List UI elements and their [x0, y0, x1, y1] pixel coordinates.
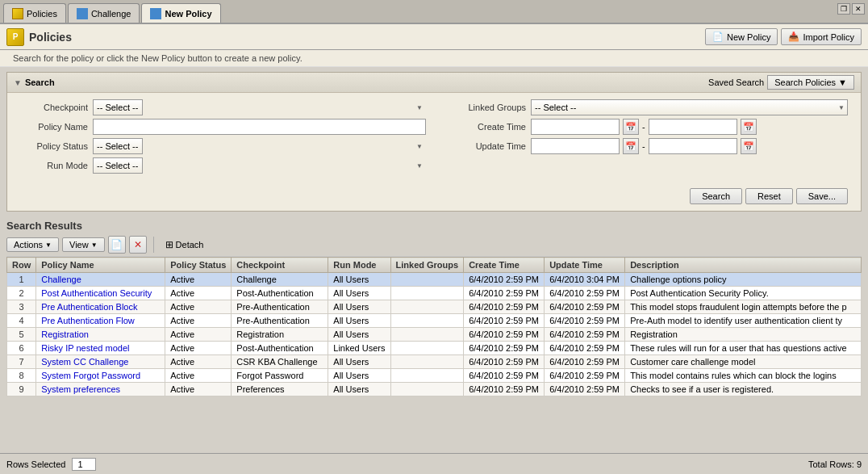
actions-button[interactable]: Actions ▼ [6, 237, 59, 252]
title-bar: Policies Challenge New Policy ❐ ✕ [0, 0, 868, 24]
update-time-cell: 6/4/2010 2:59 PM [545, 314, 625, 328]
col-header-description: Description [625, 258, 862, 273]
table-row[interactable]: 4Pre Authentication FlowActivePre-Authen… [7, 314, 862, 328]
policy-name-cell[interactable]: Pre Authentication Block [36, 300, 165, 314]
search-policies-button[interactable]: Search Policies ▼ [767, 75, 854, 90]
run-mode-cell: All Users [328, 369, 390, 383]
update-time-cell: 6/4/2010 2:59 PM [545, 355, 625, 369]
linked-groups-label: Linked Groups [442, 103, 531, 112]
policy-name-cell-link[interactable]: Pre Authentication Block [41, 302, 137, 312]
close-button[interactable]: ✕ [852, 3, 865, 15]
table-row[interactable]: 8System Forgot PasswordActiveForgot Pass… [7, 369, 862, 383]
checkpoint-cell: Pre-Authentication [232, 300, 328, 314]
results-table-header: Row Policy Name Policy Status Checkpoint… [7, 258, 862, 273]
policy-name-cell[interactable]: System CC Challenge [36, 355, 165, 369]
run-mode-cell: Linked Users [328, 342, 390, 355]
checkpoint-label: Checkpoint [20, 103, 93, 112]
policy-name-cell-link[interactable]: Pre Authentication Flow [41, 316, 135, 325]
table-row[interactable]: 9System preferencesActivePreferencesAll … [7, 383, 862, 396]
policy-name-cell[interactable]: Risky IP nested model [36, 342, 165, 355]
policy-name-cell[interactable]: System preferences [36, 383, 165, 396]
description-cell: Checks to see if a user is registered. [625, 383, 862, 396]
collapse-icon[interactable]: ▼ [14, 78, 22, 87]
view-label: View [69, 240, 89, 250]
restore-button[interactable]: ❐ [837, 3, 850, 15]
new-policy-button[interactable]: 📄 New Policy [705, 28, 778, 45]
row-number: 1 [7, 273, 36, 287]
policy-name-cell[interactable]: Challenge [36, 273, 165, 287]
add-row-button[interactable]: 📄 [108, 236, 126, 254]
policy-name-cell-link[interactable]: Registration [41, 329, 89, 339]
table-row[interactable]: 6Risky IP nested modelActivePost-Authent… [7, 342, 862, 355]
tab-challenge[interactable]: Challenge [68, 3, 140, 23]
col-header-checkpoint: Checkpoint [232, 258, 328, 273]
linked-groups-select[interactable]: -- Select -- [531, 99, 848, 115]
run-mode-cell: All Users [328, 273, 390, 287]
policy-name-cell[interactable]: Registration [36, 328, 165, 342]
checkpoint-cell: Challenge [232, 273, 328, 287]
table-row[interactable]: 5RegistrationActiveRegistrationAll Users… [7, 328, 862, 342]
update-time-dash: - [642, 141, 645, 151]
table-row[interactable]: 7System CC ChallengeActiveCSR KBA Challe… [7, 355, 862, 369]
policy-name-cell-link[interactable]: System Forgot Password [41, 371, 140, 380]
policy-name-cell-link[interactable]: System CC Challenge [41, 357, 128, 367]
update-time-end-cal-button[interactable]: 📅 [741, 138, 757, 154]
update-time-cell: 6/4/2010 2:59 PM [545, 328, 625, 342]
create-time-cell: 6/4/2010 2:59 PM [464, 287, 545, 300]
create-time-end-cal-button[interactable]: 📅 [741, 119, 757, 135]
view-button[interactable]: View ▼ [62, 237, 105, 252]
checkpoint-cell: Pre-Authentication [232, 314, 328, 328]
table-row[interactable]: 3Pre Authentication BlockActivePre-Authe… [7, 300, 862, 314]
actions-dropdown-icon: ▼ [45, 241, 52, 249]
create-time-cell: 6/4/2010 2:59 PM [464, 300, 545, 314]
tab-new-policy[interactable]: New Policy [141, 3, 220, 23]
table-row[interactable]: 2Post Authentication SecurityActivePost-… [7, 287, 862, 300]
search-right-col: Linked Groups -- Select -- Create Time 📅… [442, 99, 848, 177]
row-number: 6 [7, 342, 36, 355]
create-time-start-input[interactable] [531, 119, 620, 135]
reset-button[interactable]: Reset [745, 188, 793, 204]
policy-name-cell-link[interactable]: System preferences [41, 384, 120, 394]
policy-status-select[interactable]: -- Select -- [93, 138, 143, 154]
linked-groups-row: Linked Groups -- Select -- [442, 99, 848, 115]
run-mode-cell: All Users [328, 314, 390, 328]
description-cell: This model contains rules which can bloc… [625, 369, 862, 383]
create-time-start-cal-button[interactable]: 📅 [623, 119, 639, 135]
policy-name-cell[interactable]: Pre Authentication Flow [36, 314, 165, 328]
tab-policies[interactable]: Policies [3, 3, 66, 23]
row-number: 9 [7, 383, 36, 396]
page-title: Policies [29, 31, 72, 44]
description-cell: Challenge options policy [625, 273, 862, 287]
checkpoint-cell: Post-Authentication [232, 287, 328, 300]
update-time-start-cal-button[interactable]: 📅 [623, 138, 639, 154]
challenge-tab-icon [77, 8, 88, 19]
update-time-end-input[interactable] [649, 138, 737, 154]
linked-groups-cell [390, 300, 464, 314]
search-policies-btn-label: Search Policies [774, 78, 836, 87]
create-time-end-input[interactable] [649, 119, 737, 135]
search-title: ▼ Search [14, 78, 55, 87]
policy-name-cell-link[interactable]: Post Authentication Security [41, 288, 152, 298]
checkpoint-select[interactable]: -- Select -- [93, 99, 143, 115]
policy-name-cell-link[interactable]: Challenge [41, 275, 81, 284]
results-table-wrapper: Row Policy Name Policy Status Checkpoint… [6, 257, 862, 396]
row-number: 7 [7, 355, 36, 369]
search-button[interactable]: Search [690, 188, 742, 204]
policy-name-cell[interactable]: System Forgot Password [36, 369, 165, 383]
create-time-label: Create Time [442, 122, 531, 132]
import-policy-button[interactable]: 📥 Import Policy [781, 28, 862, 45]
update-time-cell: 6/4/2010 2:59 PM [545, 300, 625, 314]
save-button[interactable]: Save... [796, 188, 848, 204]
policy-name-cell-link[interactable]: Risky IP nested model [41, 343, 129, 353]
delete-row-button[interactable]: ✕ [129, 236, 147, 254]
policy-name-input[interactable] [93, 119, 426, 135]
table-row[interactable]: 1ChallengeActiveChallengeAll Users6/4/20… [7, 273, 862, 287]
policy-name-cell[interactable]: Post Authentication Security [36, 287, 165, 300]
description-cell: These rules will run for a user that has… [625, 342, 862, 355]
description-cell: Customer care challenge model [625, 355, 862, 369]
run-mode-select[interactable]: -- Select -- [93, 157, 143, 174]
policy-status-cell: Active [165, 328, 232, 342]
detach-button[interactable]: ⊞ Detach [161, 237, 209, 252]
run-mode-cell: All Users [328, 383, 390, 396]
update-time-start-input[interactable] [531, 138, 620, 154]
